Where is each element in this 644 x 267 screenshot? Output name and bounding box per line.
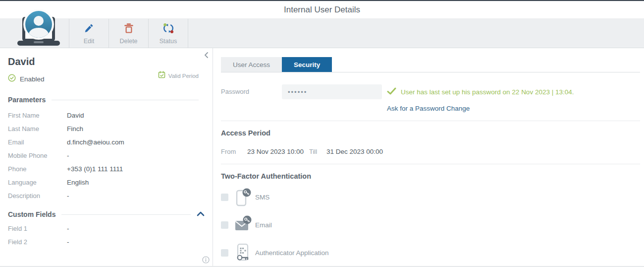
param-row: Last Name Finch xyxy=(8,122,205,135)
status-button[interactable]: Status xyxy=(149,19,188,48)
green-check-icon xyxy=(387,87,396,97)
titlebar: Internal User Details xyxy=(0,1,644,19)
till-value: 31 Dec 2023 00:00 xyxy=(326,148,383,155)
custom-fields-section-header: Custom Fields xyxy=(8,210,205,219)
info-icon[interactable] xyxy=(202,256,210,264)
email-checkbox[interactable] xyxy=(221,221,228,229)
valid-period[interactable]: Valid Period xyxy=(158,71,199,80)
ask-password-change-link[interactable]: Ask for a Password Change xyxy=(387,105,574,112)
password-last-set-message: User has last set up his password on 22 … xyxy=(401,88,574,96)
parameters-list: First Name David Last Name Finch Email d… xyxy=(8,109,205,202)
divider xyxy=(61,214,191,215)
custom-fields-title: Custom Fields xyxy=(8,210,55,218)
custom-field-row: Field 2 - xyxy=(8,235,205,249)
tab-user-access-label: User Access xyxy=(233,61,270,68)
delete-trash-icon xyxy=(123,22,135,36)
two-factor-title: Two-Factor Authentication xyxy=(221,172,640,180)
edit-button-label: Edit xyxy=(84,38,95,45)
param-row: Mobile Phone - xyxy=(8,149,205,162)
password-label: Password xyxy=(221,84,282,99)
param-value: Finch xyxy=(67,125,83,133)
two-factor-option-sms: SMS xyxy=(221,183,640,211)
collapse-panel-chevron-icon[interactable] xyxy=(203,51,211,59)
valid-period-label: Valid Period xyxy=(168,73,199,79)
sms-label: SMS xyxy=(255,194,269,201)
enabled-check-circle-icon xyxy=(8,74,16,84)
delete-button[interactable]: Delete xyxy=(109,19,149,48)
param-row: Description - xyxy=(8,189,205,202)
param-label: Language xyxy=(8,179,67,186)
param-label: Phone xyxy=(8,165,67,173)
parameters-section-header: Parameters xyxy=(8,96,205,104)
tab-security[interactable]: Security xyxy=(282,57,332,72)
email-label: Email xyxy=(255,221,272,229)
two-factor-option-email: Email xyxy=(221,211,640,239)
custom-field-label: Field 2 xyxy=(8,238,67,246)
custom-field-label: Field 1 xyxy=(8,225,67,232)
param-value: +353 (0)1 111 1111 xyxy=(67,165,123,173)
param-value: d.finch@aeiou.com xyxy=(67,138,124,146)
edit-pencil-icon xyxy=(83,22,95,36)
sms-checkbox[interactable] xyxy=(221,194,228,201)
toolbar: Edit Delete xyxy=(0,19,644,48)
param-row: Language English xyxy=(8,176,205,189)
divider xyxy=(52,100,199,100)
param-row: Phone +353 (0)1 111 1111 xyxy=(8,162,205,176)
param-row: First Name David xyxy=(8,109,205,122)
password-row: Password User has last set up his passwo… xyxy=(221,84,640,112)
status-cycle-icon xyxy=(162,22,175,36)
access-period-title: Access Period xyxy=(221,129,640,137)
access-period-row: From 23 Nov 2023 10:00 Till 31 Dec 2023 … xyxy=(221,148,640,155)
param-value: - xyxy=(67,152,69,159)
tab-user-access[interactable]: User Access xyxy=(221,57,282,72)
page-title: Internal User Details xyxy=(284,5,360,15)
custom-field-value: - xyxy=(67,225,69,232)
user-avatar-block xyxy=(0,19,69,48)
calendar-check-icon xyxy=(158,71,165,80)
email-key-icon xyxy=(233,214,252,235)
security-tab-panel: User Access Security Password xyxy=(213,48,644,267)
collapse-custom-fields-chevron-icon[interactable] xyxy=(197,210,205,219)
param-label: Mobile Phone xyxy=(8,152,67,159)
laptop-avatar-icon xyxy=(14,4,63,48)
status-badge: Enabled xyxy=(20,75,45,83)
section-divider xyxy=(221,121,640,121)
param-label: Email xyxy=(8,138,67,146)
custom-fields-list: Field 1 - Field 2 - xyxy=(8,222,205,249)
delete-button-label: Delete xyxy=(119,38,137,45)
edit-button[interactable]: Edit xyxy=(69,19,109,48)
user-name: David xyxy=(8,56,205,67)
custom-field-row: Field 1 - xyxy=(8,222,205,235)
authenticator-label: Authenticator Application xyxy=(255,249,329,257)
param-row: Email d.finch@aeiou.com xyxy=(8,135,205,149)
two-factor-options: SMS Email xyxy=(221,183,640,267)
param-value: - xyxy=(67,192,69,200)
param-label: First Name xyxy=(8,112,67,119)
tab-bar: User Access Security xyxy=(221,57,640,72)
custom-field-value: - xyxy=(67,238,69,246)
param-value: English xyxy=(67,179,89,186)
from-value: 23 Nov 2023 10:00 xyxy=(247,148,309,155)
sms-phone-key-icon xyxy=(233,187,252,207)
param-label: Description xyxy=(8,192,67,200)
param-value: David xyxy=(67,112,84,119)
password-input[interactable] xyxy=(282,84,382,99)
status-button-label: Status xyxy=(160,38,177,45)
from-label: From xyxy=(221,148,247,155)
user-summary-panel: David Enabled Va xyxy=(0,48,213,267)
tab-security-label: Security xyxy=(294,61,320,68)
parameters-title: Parameters xyxy=(8,96,46,104)
password-status-row: User has last set up his password on 22 … xyxy=(387,84,574,99)
param-label: Last Name xyxy=(8,125,67,133)
section-divider xyxy=(221,164,640,164)
two-factor-option-authenticator: Authenticator Application xyxy=(221,239,640,267)
authenticator-app-icon xyxy=(233,242,252,263)
till-label: Till xyxy=(309,148,326,155)
authenticator-checkbox[interactable] xyxy=(221,249,228,257)
internal-user-details-window: Internal User Details xyxy=(0,0,644,267)
